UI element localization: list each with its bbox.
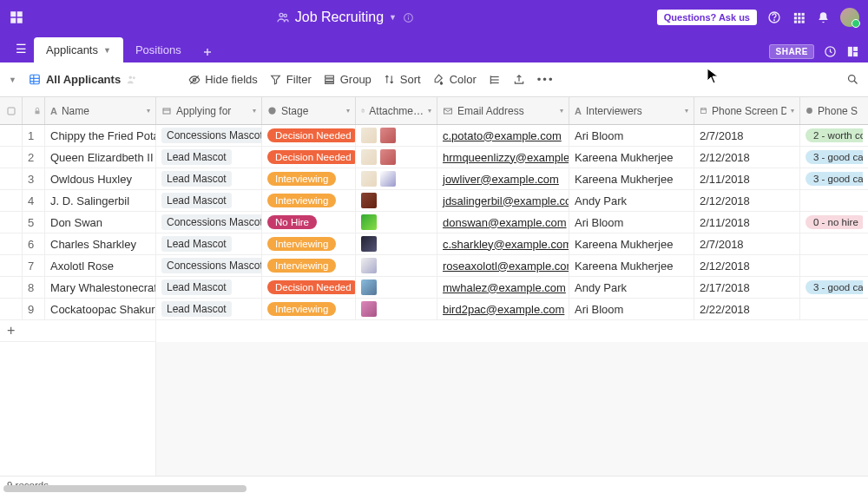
row-checkbox[interactable] [0, 125, 23, 146]
column-stage[interactable]: Stage▾ [262, 97, 356, 124]
apps-icon[interactable] [792, 10, 806, 24]
attachment-thumbnail[interactable] [361, 193, 377, 208]
cell-score[interactable]: 3 - good ca [800, 147, 863, 168]
cell-date[interactable]: 2/22/2018 [694, 299, 800, 319]
cell-applying[interactable]: Lead Mascot [156, 168, 262, 189]
cell-applying[interactable]: Concessions Mascot [156, 255, 262, 276]
column-applying[interactable]: Applying for▾ [156, 97, 262, 124]
table-row[interactable]: 8 Mary Whalestonecraft Lead Mascot Decis… [0, 277, 868, 299]
attachment-thumbnail[interactable] [361, 258, 377, 273]
cell-date[interactable]: 2/11/2018 [694, 212, 800, 233]
cell-name[interactable]: Axolotl Rose [45, 255, 156, 276]
attachment-thumbnail[interactable] [361, 128, 377, 143]
cell-attachments[interactable] [356, 147, 437, 168]
bell-icon[interactable] [816, 10, 830, 24]
cell-interviewers[interactable]: Kareena Mukherjee [569, 168, 694, 189]
table-row[interactable]: 1 Chippy the Fried Potato Concessions Ma… [0, 125, 868, 147]
cell-name[interactable]: Cockatoopac Shakur [45, 299, 156, 319]
email-link[interactable]: jdsalingerbil@example.com [443, 194, 569, 207]
horizontal-scrollbar[interactable] [3, 485, 247, 492]
cell-date[interactable]: 2/12/2018 [694, 255, 800, 276]
cell-interviewers[interactable]: Ari Bloom [569, 299, 694, 319]
cell-date[interactable]: 2/7/2018 [694, 125, 800, 146]
email-link[interactable]: bird2pac@example.com [443, 303, 564, 316]
cell-name[interactable]: J. D. Salingerbil [45, 190, 156, 211]
table-row[interactable]: 2 Queen Elizardbeth II Lead Mascot Decis… [0, 147, 868, 168]
table-row[interactable]: 6 Charles Sharkley Lead Mascot Interview… [0, 233, 868, 255]
cell-name[interactable]: Owldous Huxley [45, 168, 156, 189]
cell-score[interactable] [800, 233, 863, 254]
cell-name[interactable]: Queen Elizardbeth II [45, 147, 156, 168]
tab-applicants[interactable]: Applicants▼ [34, 37, 123, 62]
chevron-down-icon[interactable]: ▾ [685, 107, 688, 115]
cell-score[interactable]: 3 - good ca [800, 168, 863, 189]
cell-interviewers[interactable]: Kareena Mukherjee [569, 255, 694, 276]
cell-stage[interactable]: Decision Needed [262, 277, 356, 298]
color-button[interactable]: Color [433, 73, 477, 86]
base-title[interactable]: Job Recruiting [295, 10, 384, 25]
cell-email[interactable]: bird2pac@example.com [437, 299, 569, 319]
cell-applying[interactable]: Concessions Mascot [156, 212, 262, 233]
cell-attachments[interactable] [356, 190, 437, 211]
cell-attachments[interactable] [356, 299, 437, 319]
history-icon[interactable] [823, 45, 837, 59]
cell-applying[interactable]: Lead Mascot [156, 147, 262, 168]
chevron-down-icon[interactable]: ▾ [791, 107, 794, 115]
select-all-checkbox[interactable] [0, 97, 23, 124]
cell-score[interactable]: 2 - worth co [800, 125, 863, 146]
cell-name[interactable]: Mary Whalestonecraft [45, 277, 156, 298]
cell-name[interactable]: Charles Sharkley [45, 233, 156, 254]
cell-date[interactable]: 2/11/2018 [694, 168, 800, 189]
cell-date[interactable]: 2/12/2018 [694, 147, 800, 168]
row-height-button[interactable] [489, 74, 501, 86]
ask-us-button[interactable]: Questions? Ask us [657, 10, 757, 25]
help-icon[interactable] [767, 10, 781, 24]
cell-stage[interactable]: Interviewing [262, 168, 356, 189]
cell-applying[interactable]: Concessions Mascot [156, 125, 262, 146]
sort-button[interactable]: Sort [384, 73, 421, 86]
filter-button[interactable]: Filter [270, 73, 312, 86]
attachment-thumbnail[interactable] [361, 171, 377, 187]
cell-interviewers[interactable]: Andy Park [569, 190, 694, 211]
cell-score[interactable]: 0 - no hire [800, 212, 863, 233]
chevron-down-icon[interactable]: ▾ [147, 107, 150, 115]
email-link[interactable]: c.potato@example.com [443, 129, 562, 142]
cell-score[interactable]: 3 - good ca [800, 277, 863, 298]
cell-attachments[interactable] [356, 212, 437, 233]
cell-applying[interactable]: Lead Mascot [156, 233, 262, 254]
table-row[interactable]: 7 Axolotl Rose Concessions Mascot Interv… [0, 255, 868, 277]
add-row-button[interactable]: + [0, 320, 156, 342]
cell-interviewers[interactable]: Kareena Mukherjee [569, 147, 694, 168]
cell-stage[interactable]: Interviewing [262, 299, 356, 319]
column-phone-screen-date[interactable]: Phone Screen Date▾ [694, 97, 800, 124]
cell-score[interactable] [800, 255, 863, 276]
hide-fields-button[interactable]: Hide fields [188, 73, 258, 86]
cell-interviewers[interactable]: Ari Bloom [569, 125, 694, 146]
cell-attachments[interactable] [356, 125, 437, 146]
row-checkbox[interactable] [0, 233, 23, 254]
chevron-down-icon[interactable]: ▾ [560, 107, 563, 115]
attachment-thumbnail[interactable] [361, 214, 377, 230]
cell-attachments[interactable] [356, 168, 437, 189]
email-link[interactable]: mwhalez@example.com [443, 281, 566, 294]
cell-interviewers[interactable]: Kareena Mukherjee [569, 233, 694, 254]
logo-icon[interactable] [9, 10, 35, 25]
menu-icon[interactable]: ☰ [9, 42, 34, 62]
chevron-down-icon[interactable]: ▾ [346, 107, 350, 115]
cell-applying[interactable]: Lead Mascot [156, 277, 262, 298]
search-button[interactable] [846, 73, 859, 86]
attachment-thumbnail[interactable] [361, 279, 377, 295]
info-icon[interactable] [402, 10, 416, 24]
row-checkbox[interactable] [0, 277, 23, 298]
cell-stage[interactable]: Decision Needed [262, 125, 356, 146]
table-row[interactable]: 3 Owldous Huxley Lead Mascot Interviewin… [0, 168, 868, 190]
cell-email[interactable]: hrmqueenlizzy@example.c… [437, 147, 569, 168]
cell-stage[interactable]: Interviewing [262, 233, 356, 254]
row-checkbox[interactable] [0, 299, 23, 319]
cell-email[interactable]: roseaxolotl@example.com [437, 255, 569, 276]
email-link[interactable]: roseaxolotl@example.com [443, 260, 569, 273]
attachment-thumbnail[interactable] [380, 128, 396, 143]
row-checkbox[interactable] [0, 168, 23, 189]
tab-positions[interactable]: Positions [123, 37, 194, 62]
more-button[interactable]: ••• [537, 73, 555, 86]
